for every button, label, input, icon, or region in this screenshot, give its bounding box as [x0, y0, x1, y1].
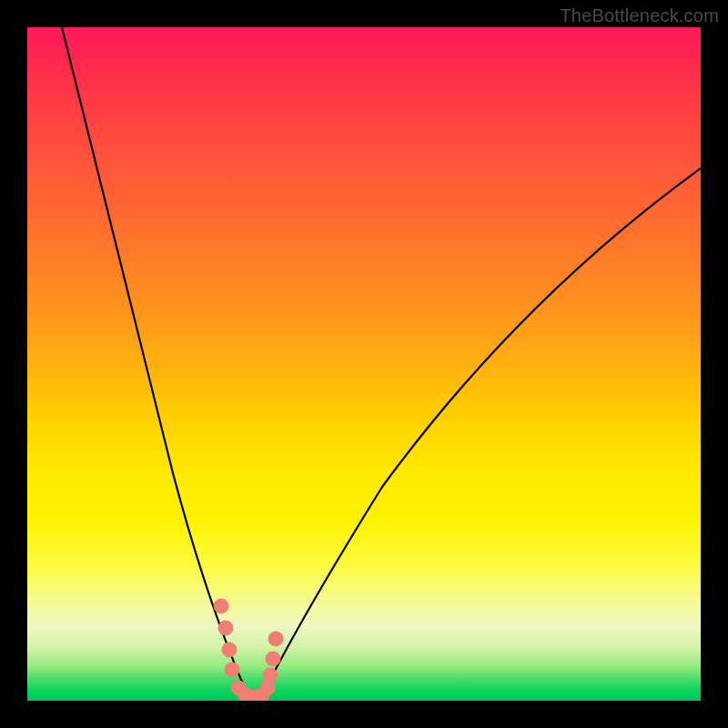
trough-dots	[214, 599, 283, 701]
svg-point-0	[214, 599, 228, 613]
curves-svg	[27, 27, 701, 701]
svg-point-10	[266, 652, 280, 666]
right-curve	[259, 168, 701, 701]
svg-point-1	[218, 621, 233, 635]
svg-point-2	[222, 642, 237, 657]
plot-area	[27, 27, 701, 701]
svg-point-8	[260, 681, 275, 695]
watermark-text: TheBottleneck.com	[560, 5, 719, 26]
svg-point-3	[225, 662, 239, 677]
svg-point-9	[263, 668, 278, 682]
chart-frame: TheBottleneck.com	[0, 0, 728, 728]
svg-point-11	[268, 632, 283, 646]
